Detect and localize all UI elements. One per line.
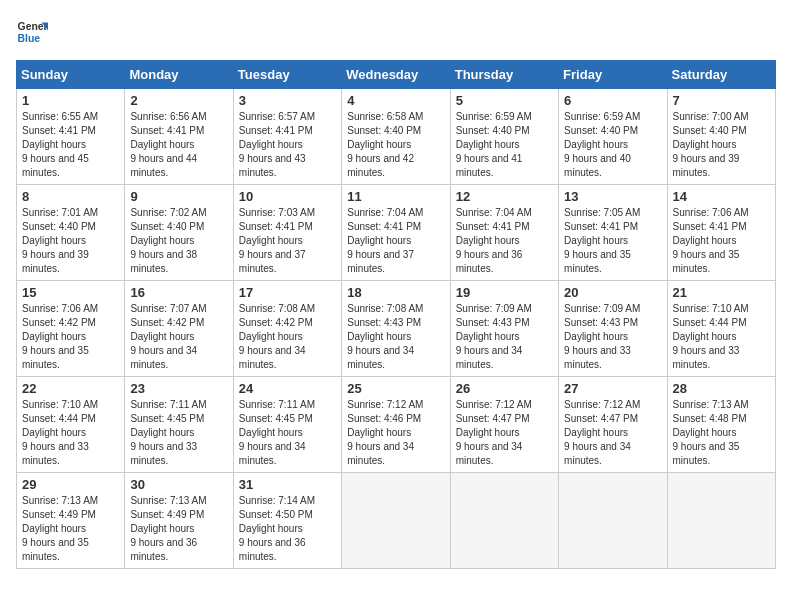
day-number: 28 <box>673 381 770 396</box>
day-number: 7 <box>673 93 770 108</box>
day-number: 25 <box>347 381 444 396</box>
calendar-day-cell: 25 Sunrise: 7:12 AM Sunset: 4:46 PM Dayl… <box>342 377 450 473</box>
day-number: 3 <box>239 93 336 108</box>
day-number: 30 <box>130 477 227 492</box>
day-number: 24 <box>239 381 336 396</box>
calendar-day-cell: 17 Sunrise: 7:08 AM Sunset: 4:42 PM Dayl… <box>233 281 341 377</box>
calendar-body: 1 Sunrise: 6:55 AM Sunset: 4:41 PM Dayli… <box>17 89 776 569</box>
calendar-day-cell: 15 Sunrise: 7:06 AM Sunset: 4:42 PM Dayl… <box>17 281 125 377</box>
day-info: Sunrise: 6:59 AM Sunset: 4:40 PM Dayligh… <box>564 110 661 180</box>
weekday-header: Thursday <box>450 61 558 89</box>
day-info: Sunrise: 6:59 AM Sunset: 4:40 PM Dayligh… <box>456 110 553 180</box>
day-number: 20 <box>564 285 661 300</box>
logo: General Blue <box>16 16 48 48</box>
weekday-header: Saturday <box>667 61 775 89</box>
calendar-day-cell: 21 Sunrise: 7:10 AM Sunset: 4:44 PM Dayl… <box>667 281 775 377</box>
calendar-day-cell: 12 Sunrise: 7:04 AM Sunset: 4:41 PM Dayl… <box>450 185 558 281</box>
day-number: 17 <box>239 285 336 300</box>
calendar-day-cell: 27 Sunrise: 7:12 AM Sunset: 4:47 PM Dayl… <box>559 377 667 473</box>
day-number: 29 <box>22 477 119 492</box>
weekday-header: Wednesday <box>342 61 450 89</box>
day-number: 19 <box>456 285 553 300</box>
day-info: Sunrise: 7:00 AM Sunset: 4:40 PM Dayligh… <box>673 110 770 180</box>
calendar-day-cell <box>342 473 450 569</box>
day-number: 11 <box>347 189 444 204</box>
day-info: Sunrise: 7:01 AM Sunset: 4:40 PM Dayligh… <box>22 206 119 276</box>
day-number: 4 <box>347 93 444 108</box>
calendar-day-cell: 20 Sunrise: 7:09 AM Sunset: 4:43 PM Dayl… <box>559 281 667 377</box>
day-number: 9 <box>130 189 227 204</box>
calendar-day-cell: 26 Sunrise: 7:12 AM Sunset: 4:47 PM Dayl… <box>450 377 558 473</box>
day-info: Sunrise: 7:11 AM Sunset: 4:45 PM Dayligh… <box>130 398 227 468</box>
day-number: 27 <box>564 381 661 396</box>
calendar-week-row: 22 Sunrise: 7:10 AM Sunset: 4:44 PM Dayl… <box>17 377 776 473</box>
day-info: Sunrise: 7:13 AM Sunset: 4:49 PM Dayligh… <box>22 494 119 564</box>
day-info: Sunrise: 7:02 AM Sunset: 4:40 PM Dayligh… <box>130 206 227 276</box>
day-number: 31 <box>239 477 336 492</box>
calendar-day-cell: 28 Sunrise: 7:13 AM Sunset: 4:48 PM Dayl… <box>667 377 775 473</box>
calendar-day-cell <box>559 473 667 569</box>
calendar-day-cell: 31 Sunrise: 7:14 AM Sunset: 4:50 PM Dayl… <box>233 473 341 569</box>
day-info: Sunrise: 7:13 AM Sunset: 4:48 PM Dayligh… <box>673 398 770 468</box>
calendar-day-cell: 16 Sunrise: 7:07 AM Sunset: 4:42 PM Dayl… <box>125 281 233 377</box>
day-info: Sunrise: 7:12 AM Sunset: 4:46 PM Dayligh… <box>347 398 444 468</box>
day-info: Sunrise: 7:12 AM Sunset: 4:47 PM Dayligh… <box>456 398 553 468</box>
weekday-header: Sunday <box>17 61 125 89</box>
day-info: Sunrise: 7:08 AM Sunset: 4:42 PM Dayligh… <box>239 302 336 372</box>
calendar-day-cell: 29 Sunrise: 7:13 AM Sunset: 4:49 PM Dayl… <box>17 473 125 569</box>
day-info: Sunrise: 7:12 AM Sunset: 4:47 PM Dayligh… <box>564 398 661 468</box>
calendar-day-cell: 1 Sunrise: 6:55 AM Sunset: 4:41 PM Dayli… <box>17 89 125 185</box>
day-info: Sunrise: 6:57 AM Sunset: 4:41 PM Dayligh… <box>239 110 336 180</box>
day-number: 18 <box>347 285 444 300</box>
day-number: 23 <box>130 381 227 396</box>
calendar-week-row: 8 Sunrise: 7:01 AM Sunset: 4:40 PM Dayli… <box>17 185 776 281</box>
calendar-week-row: 1 Sunrise: 6:55 AM Sunset: 4:41 PM Dayli… <box>17 89 776 185</box>
day-number: 26 <box>456 381 553 396</box>
day-info: Sunrise: 7:09 AM Sunset: 4:43 PM Dayligh… <box>564 302 661 372</box>
calendar-day-cell: 19 Sunrise: 7:09 AM Sunset: 4:43 PM Dayl… <box>450 281 558 377</box>
day-number: 12 <box>456 189 553 204</box>
day-number: 8 <box>22 189 119 204</box>
day-info: Sunrise: 7:14 AM Sunset: 4:50 PM Dayligh… <box>239 494 336 564</box>
calendar-day-cell: 22 Sunrise: 7:10 AM Sunset: 4:44 PM Dayl… <box>17 377 125 473</box>
day-number: 1 <box>22 93 119 108</box>
logo-icon: General Blue <box>16 16 48 48</box>
day-info: Sunrise: 7:10 AM Sunset: 4:44 PM Dayligh… <box>673 302 770 372</box>
day-info: Sunrise: 7:04 AM Sunset: 4:41 PM Dayligh… <box>456 206 553 276</box>
day-number: 14 <box>673 189 770 204</box>
calendar-day-cell: 13 Sunrise: 7:05 AM Sunset: 4:41 PM Dayl… <box>559 185 667 281</box>
calendar-day-cell: 24 Sunrise: 7:11 AM Sunset: 4:45 PM Dayl… <box>233 377 341 473</box>
day-number: 16 <box>130 285 227 300</box>
calendar-day-cell: 2 Sunrise: 6:56 AM Sunset: 4:41 PM Dayli… <box>125 89 233 185</box>
day-number: 10 <box>239 189 336 204</box>
calendar-day-cell: 9 Sunrise: 7:02 AM Sunset: 4:40 PM Dayli… <box>125 185 233 281</box>
calendar-day-cell: 30 Sunrise: 7:13 AM Sunset: 4:49 PM Dayl… <box>125 473 233 569</box>
weekday-header: Monday <box>125 61 233 89</box>
day-info: Sunrise: 7:09 AM Sunset: 4:43 PM Dayligh… <box>456 302 553 372</box>
calendar-day-cell: 8 Sunrise: 7:01 AM Sunset: 4:40 PM Dayli… <box>17 185 125 281</box>
weekday-header: Friday <box>559 61 667 89</box>
calendar-day-cell: 7 Sunrise: 7:00 AM Sunset: 4:40 PM Dayli… <box>667 89 775 185</box>
page-header: General Blue <box>16 16 776 48</box>
day-info: Sunrise: 7:06 AM Sunset: 4:42 PM Dayligh… <box>22 302 119 372</box>
day-info: Sunrise: 6:56 AM Sunset: 4:41 PM Dayligh… <box>130 110 227 180</box>
day-number: 2 <box>130 93 227 108</box>
calendar-day-cell: 3 Sunrise: 6:57 AM Sunset: 4:41 PM Dayli… <box>233 89 341 185</box>
day-number: 21 <box>673 285 770 300</box>
calendar-day-cell: 18 Sunrise: 7:08 AM Sunset: 4:43 PM Dayl… <box>342 281 450 377</box>
day-number: 15 <box>22 285 119 300</box>
day-number: 22 <box>22 381 119 396</box>
day-info: Sunrise: 7:11 AM Sunset: 4:45 PM Dayligh… <box>239 398 336 468</box>
calendar-week-row: 29 Sunrise: 7:13 AM Sunset: 4:49 PM Dayl… <box>17 473 776 569</box>
calendar-day-cell: 4 Sunrise: 6:58 AM Sunset: 4:40 PM Dayli… <box>342 89 450 185</box>
calendar-day-cell: 14 Sunrise: 7:06 AM Sunset: 4:41 PM Dayl… <box>667 185 775 281</box>
day-info: Sunrise: 7:07 AM Sunset: 4:42 PM Dayligh… <box>130 302 227 372</box>
day-info: Sunrise: 7:05 AM Sunset: 4:41 PM Dayligh… <box>564 206 661 276</box>
calendar-day-cell: 6 Sunrise: 6:59 AM Sunset: 4:40 PM Dayli… <box>559 89 667 185</box>
day-info: Sunrise: 7:03 AM Sunset: 4:41 PM Dayligh… <box>239 206 336 276</box>
day-info: Sunrise: 7:06 AM Sunset: 4:41 PM Dayligh… <box>673 206 770 276</box>
calendar-day-cell: 5 Sunrise: 6:59 AM Sunset: 4:40 PM Dayli… <box>450 89 558 185</box>
calendar-day-cell: 10 Sunrise: 7:03 AM Sunset: 4:41 PM Dayl… <box>233 185 341 281</box>
day-info: Sunrise: 7:13 AM Sunset: 4:49 PM Dayligh… <box>130 494 227 564</box>
day-number: 5 <box>456 93 553 108</box>
